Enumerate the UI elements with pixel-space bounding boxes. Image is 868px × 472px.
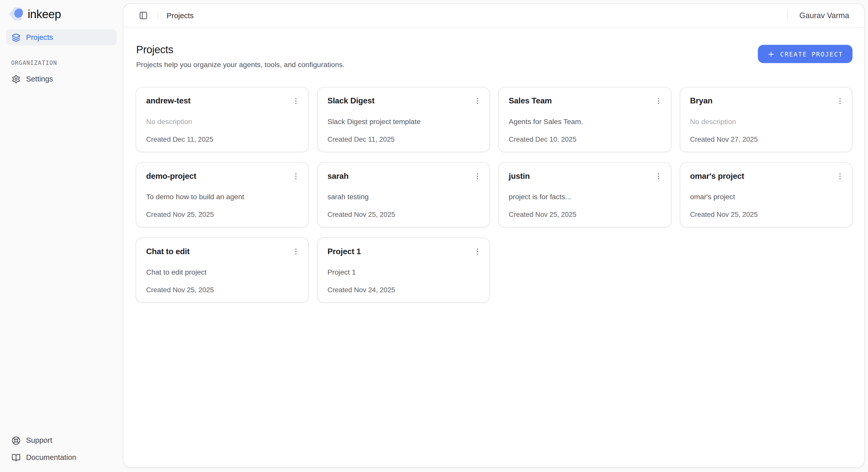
project-card-created: Created Nov 25, 2025	[690, 210, 843, 219]
project-card[interactable]: demo-project To demo how to build an age…	[136, 162, 309, 227]
projects-grid: andrew-test No description Created Dec 1…	[136, 87, 852, 303]
project-card-created: Created Dec 11, 2025	[146, 135, 300, 144]
page-subtitle: Projects help you organize your agents, …	[136, 60, 345, 70]
project-card-title: sarah	[327, 171, 348, 182]
project-card[interactable]: sarah sarah testing Created Nov 25, 2025	[317, 162, 490, 227]
sidebar-footer: Support Documentation	[0, 432, 123, 472]
project-card-title: andrew-test	[146, 96, 191, 106]
kebab-menu-icon[interactable]	[472, 246, 483, 257]
project-card-description: omar's project	[690, 192, 843, 201]
sidebar-item-label: Projects	[26, 33, 53, 41]
project-card[interactable]: andrew-test No description Created Dec 1…	[136, 87, 309, 152]
app-viewport: inkeep Projects ORGANIZATION Settings Su…	[0, 0, 868, 472]
project-card-description: Project 1	[327, 267, 481, 277]
book-open-icon	[11, 453, 21, 462]
project-card-created: Created Dec 10, 2025	[509, 135, 662, 144]
layers-icon	[11, 33, 21, 42]
sidebar-item-settings[interactable]: Settings	[6, 71, 117, 87]
kebab-menu-icon[interactable]	[290, 95, 301, 106]
project-card-description: Slack Digest project template	[327, 117, 481, 126]
project-card-title: Chat to edit	[146, 246, 190, 257]
project-card-created: Created Dec 11, 2025	[327, 135, 481, 144]
page-title: Projects	[136, 43, 345, 57]
project-card[interactable]: Bryan No description Created Nov 27, 202…	[680, 87, 852, 152]
plus-icon	[767, 50, 775, 58]
kebab-menu-icon[interactable]	[834, 170, 845, 182]
project-card-created: Created Nov 25, 2025	[146, 210, 300, 219]
project-card[interactable]: Chat to edit Chat to edit project Create…	[136, 238, 309, 303]
user-menu[interactable]: Gaurav Varma	[799, 11, 849, 20]
gear-icon	[11, 74, 21, 83]
project-card-created: Created Nov 25, 2025	[146, 286, 300, 294]
breadcrumb: Projects	[167, 11, 194, 20]
user-divider	[787, 11, 788, 20]
project-card-description: Agents for Sales Team.	[509, 117, 662, 126]
project-card-title: demo-project	[146, 171, 196, 182]
project-card-created: Created Nov 25, 2025	[509, 210, 662, 219]
kebab-menu-icon[interactable]	[472, 95, 483, 106]
brand-logo[interactable]: inkeep	[0, 0, 123, 28]
sidebar: inkeep Projects ORGANIZATION Settings Su…	[0, 0, 123, 472]
kebab-menu-icon[interactable]	[834, 95, 845, 106]
kebab-menu-icon[interactable]	[472, 170, 483, 182]
sidebar-toggle-button[interactable]	[137, 9, 149, 22]
sidebar-item-label: Support	[26, 436, 52, 444]
top-bar: Projects Gaurav Varma	[124, 4, 864, 28]
inkeep-logo-mark	[9, 6, 24, 22]
project-card-title: omar's project	[690, 171, 744, 182]
panel-left-icon	[139, 11, 148, 20]
create-project-label: CREATE PROJECT	[780, 50, 843, 58]
sidebar-item-documentation[interactable]: Documentation	[6, 449, 117, 466]
kebab-menu-icon[interactable]	[653, 95, 664, 106]
project-card-description: To demo how to build an agent	[146, 192, 300, 201]
project-card[interactable]: omar's project omar's project Created No…	[680, 162, 852, 227]
sidebar-item-label: Documentation	[26, 453, 76, 462]
project-card-description: project is for facts...	[509, 192, 662, 201]
project-card[interactable]: justin project is for facts... Created N…	[498, 162, 671, 227]
kebab-menu-icon[interactable]	[290, 170, 301, 182]
topbar-divider	[158, 11, 158, 20]
project-card-description: No description	[690, 117, 843, 126]
project-card-title: justin	[509, 171, 530, 182]
page-content: Projects Projects help you organize your…	[124, 28, 864, 303]
project-card-title: Project 1	[327, 246, 361, 257]
project-card-title: Sales Team	[509, 96, 552, 106]
project-card[interactable]: Sales Team Agents for Sales Team. Create…	[498, 87, 671, 152]
main-panel: Projects Gaurav Varma Projects Projects …	[123, 3, 865, 468]
lifebuoy-icon	[11, 436, 21, 445]
create-project-button[interactable]: CREATE PROJECT	[758, 45, 852, 63]
sidebar-item-label: Settings	[26, 75, 53, 83]
sidebar-item-support[interactable]: Support	[6, 432, 117, 448]
project-card-created: Created Nov 24, 2025	[327, 286, 481, 294]
project-card-created: Created Nov 25, 2025	[327, 210, 481, 219]
project-card-description: sarah testing	[327, 192, 481, 201]
page-header: Projects Projects help you organize your…	[136, 41, 852, 70]
sidebar-section-organization: ORGANIZATION	[11, 59, 123, 66]
project-card-title: Bryan	[690, 96, 712, 106]
brand-wordmark: inkeep	[28, 7, 61, 21]
kebab-menu-icon[interactable]	[290, 246, 301, 257]
project-card[interactable]: Slack Digest Slack Digest project templa…	[317, 87, 490, 152]
project-card-description: Chat to edit project	[146, 267, 300, 277]
sidebar-item-projects[interactable]: Projects	[6, 29, 117, 45]
project-card-title: Slack Digest	[327, 96, 374, 106]
project-card-created: Created Nov 27, 2025	[690, 135, 843, 144]
kebab-menu-icon[interactable]	[653, 170, 664, 182]
project-card[interactable]: Project 1 Project 1 Created Nov 24, 2025	[317, 238, 490, 303]
project-card-description: No description	[146, 117, 300, 126]
